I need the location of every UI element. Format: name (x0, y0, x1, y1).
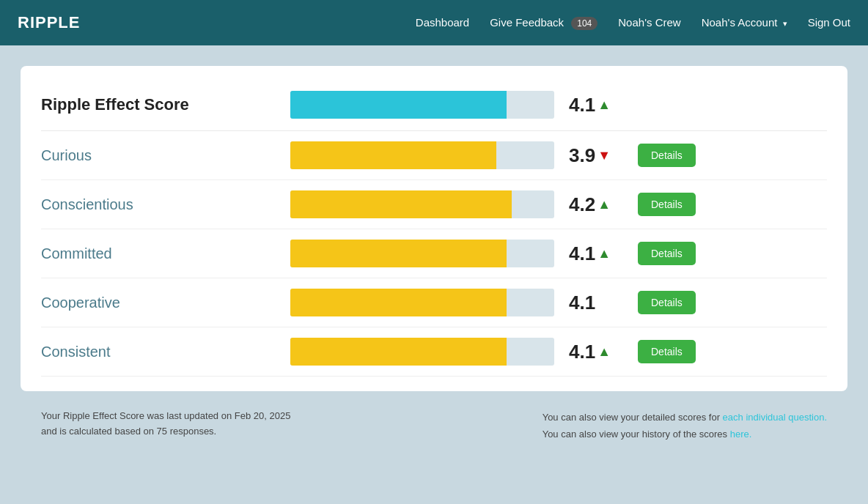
give-feedback-link[interactable]: Give Feedback 104 (490, 16, 597, 29)
category-label-committed: Committed (41, 245, 276, 262)
bar-fill-committed (290, 240, 507, 267)
bar-fill-conscientious (290, 190, 512, 218)
nav-links: Dashboard Give Feedback 104 Noah's Crew … (416, 16, 850, 29)
ripple-score-row: Ripple Effect Score 4.1 ▲ (41, 84, 827, 131)
bar-track-committed (290, 240, 554, 267)
category-label-consistent: Consistent (41, 344, 276, 360)
footer: Your Ripple Effect Score was last update… (21, 399, 847, 443)
footer-right: You can also view your detailed scores f… (542, 409, 827, 443)
category-row-consistent: Consistent4.1▲Details (41, 327, 827, 377)
bar-fill-consistent (290, 338, 507, 366)
dashboard-link[interactable]: Dashboard (416, 16, 469, 29)
bar-container-curious (290, 141, 554, 169)
category-row-curious: Curious3.9▼Details (41, 131, 827, 180)
arrow-down-icon: ▼ (597, 148, 611, 163)
score-value-conscientious: 4.2▲ (569, 193, 620, 216)
bar-track-curious (290, 141, 554, 169)
noahs-crew-link[interactable]: Noah's Crew (618, 16, 680, 29)
nav-item-give-feedback[interactable]: Give Feedback 104 (490, 16, 597, 29)
history-link[interactable]: here. (730, 429, 752, 440)
footer-right-line2: You can also view your history of the sc… (542, 426, 827, 442)
category-label-curious: Curious (41, 147, 276, 164)
nav-item-noahs-crew[interactable]: Noah's Crew (618, 16, 680, 29)
category-label-cooperative: Cooperative (41, 294, 276, 311)
arrow-up-icon: ▲ (597, 197, 611, 212)
footer-left: Your Ripple Effect Score was last update… (41, 409, 290, 443)
score-value-curious: 3.9▼ (569, 144, 620, 167)
main-nav: RIPPLE Dashboard Give Feedback 104 Noah'… (0, 0, 868, 45)
noahs-account-link[interactable]: Noah's Account ▾ (702, 16, 787, 29)
chevron-down-icon: ▾ (783, 19, 787, 28)
category-row-cooperative: Cooperative4.1Details (41, 278, 827, 327)
bar-container-committed (290, 240, 554, 267)
ripple-score-bar-container (290, 91, 554, 119)
nav-item-noahs-account[interactable]: Noah's Account ▾ (702, 16, 787, 29)
bar-container-consistent (290, 338, 554, 366)
details-button-consistent[interactable]: Details (638, 340, 696, 363)
score-value-consistent: 4.1▲ (569, 341, 620, 363)
feedback-badge: 104 (571, 17, 597, 30)
score-value-cooperative: 4.1 (569, 292, 620, 314)
bar-container-conscientious (290, 190, 554, 218)
individual-question-link[interactable]: each individual question. (723, 412, 827, 423)
nav-item-sign-out[interactable]: Sign Out (808, 16, 850, 29)
bar-track-cooperative (290, 289, 554, 316)
score-card: Ripple Effect Score 4.1 ▲ Curious3.9▼Det… (21, 66, 847, 391)
bar-container-cooperative (290, 289, 554, 316)
footer-right-line1: You can also view your detailed scores f… (542, 409, 827, 426)
arrow-up-icon: ▲ (597, 97, 611, 113)
details-button-conscientious[interactable]: Details (638, 193, 696, 216)
ripple-score-bar-fill (290, 91, 507, 119)
details-button-curious[interactable]: Details (638, 144, 696, 167)
ripple-score-value: 4.1 ▲ (569, 94, 620, 116)
category-rows: Curious3.9▼DetailsConscientious4.2▲Detai… (41, 131, 827, 377)
category-row-conscientious: Conscientious4.2▲Details (41, 180, 827, 229)
arrow-up-icon: ▲ (597, 344, 611, 360)
bar-track-consistent (290, 338, 554, 366)
arrow-up-icon: ▲ (597, 246, 611, 262)
category-label-conscientious: Conscientious (41, 196, 276, 213)
details-button-cooperative[interactable]: Details (638, 291, 696, 314)
bar-fill-cooperative (290, 289, 507, 316)
category-row-committed: Committed4.1▲Details (41, 229, 827, 278)
logo: RIPPLE (18, 13, 80, 32)
bar-fill-curious (290, 141, 496, 169)
ripple-score-bar-track (290, 91, 554, 119)
ripple-score-title: Ripple Effect Score (41, 95, 276, 114)
score-value-committed: 4.1▲ (569, 242, 620, 265)
bar-track-conscientious (290, 190, 554, 218)
main-content: Ripple Effect Score 4.1 ▲ Curious3.9▼Det… (0, 45, 868, 458)
nav-item-dashboard[interactable]: Dashboard (416, 16, 469, 29)
details-button-committed[interactable]: Details (638, 242, 696, 265)
sign-out-link[interactable]: Sign Out (808, 16, 850, 29)
